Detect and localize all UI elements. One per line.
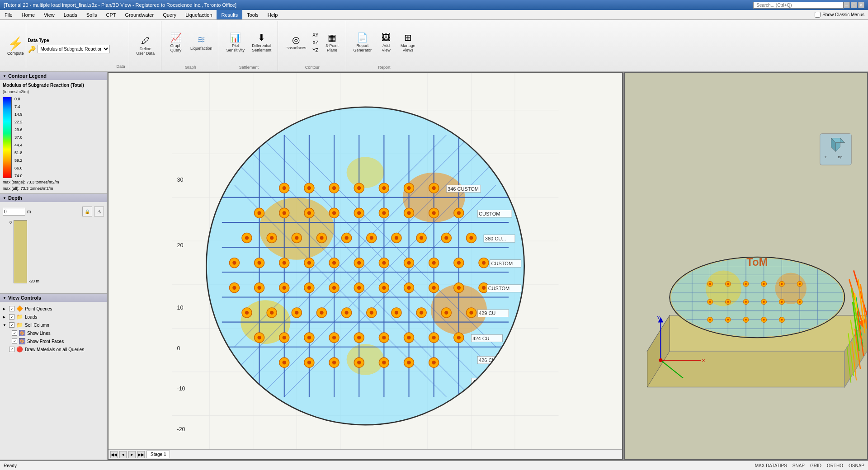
- svg-point-278: [799, 283, 801, 285]
- svg-point-168: [257, 336, 261, 339]
- define-user-data-button[interactable]: 🖊 Define User Data: [134, 34, 158, 58]
- depth-icons: 🔒 ⚠: [82, 207, 104, 216]
- view-controls-header[interactable]: ▼ View Controls: [0, 294, 107, 302]
- status-grid[interactable]: GRID: [810, 463, 821, 468]
- svg-point-108: [283, 261, 286, 264]
- svg-text:346 CUSTOM: 346 CUSTOM: [448, 186, 479, 192]
- tree-item-soil-column: ▼ 📁 Soil Column: [3, 321, 104, 329]
- status-bar: Ready MAX DATATIPS SNAP GRID ORTHO OSNAP: [0, 460, 868, 470]
- add-view-button[interactable]: 🖼 Add View: [376, 31, 396, 55]
- expand-loads[interactable]: ▶: [3, 315, 7, 319]
- svg-point-162: [420, 311, 423, 315]
- svg-point-180: [407, 336, 410, 339]
- contour-legend-header[interactable]: ▼ Contour Legend: [0, 72, 107, 80]
- stage-first-button[interactable]: ◀◀: [110, 451, 118, 458]
- three-point-plane-button[interactable]: ▦ 3-Point Plane: [322, 30, 342, 55]
- status-osnap[interactable]: OSNAP: [849, 463, 864, 468]
- svg-text:CUSTOM: CUSTOM: [491, 261, 513, 266]
- depth-lock-button[interactable]: 🔒: [82, 207, 92, 216]
- svg-point-23: [347, 157, 384, 188]
- depth-warning-button[interactable]: ⚠: [94, 207, 104, 216]
- left-panel: ▼ Contour Legend Modulus of Subgrade Rea…: [0, 72, 108, 460]
- data-group-label: Data: [117, 64, 125, 70]
- classic-menus-label: Show Classic Menus: [822, 12, 864, 17]
- menu-bar: File Home View Loads Soils CPT Groundwat…: [0, 10, 868, 20]
- svg-point-110: [307, 261, 311, 264]
- data-type-area: Data Type 🔑 Modulus of Subgrade Reaction…: [26, 36, 117, 55]
- data-type-dropdown[interactable]: Modulus of Subgrade Reaction (: [38, 45, 110, 53]
- checkbox-show-lines[interactable]: [12, 330, 17, 336]
- menu-view[interactable]: View: [39, 10, 59, 19]
- menu-home[interactable]: Home: [17, 10, 39, 19]
- 3d-view[interactable]: Y top: [624, 72, 868, 460]
- svg-point-158: [370, 311, 373, 315]
- plan-view[interactable]: 346 CUSTOM CUSTOM 380 CU... CUSTOM CUSTO…: [108, 72, 623, 460]
- liquefaction-button[interactable]: ≋ Liquefaction: [188, 32, 215, 53]
- xz-button[interactable]: XZ: [311, 39, 320, 46]
- tree-item-show-front-faces: 🎨 Show Front Faces: [3, 337, 104, 345]
- xy-button[interactable]: XY: [311, 32, 320, 38]
- menu-results[interactable]: Results: [217, 10, 242, 19]
- maximize-button[interactable]: □: [851, 2, 857, 8]
- stage-prev-button[interactable]: ◄: [119, 451, 127, 458]
- menu-file[interactable]: File: [0, 10, 17, 19]
- svg-point-154: [320, 311, 323, 315]
- menu-loads[interactable]: Loads: [59, 10, 82, 19]
- yz-button[interactable]: YZ: [311, 47, 320, 54]
- svg-point-106: [257, 261, 261, 264]
- search-input[interactable]: [753, 2, 844, 9]
- svg-point-54: [307, 186, 311, 190]
- svg-text:ToM: ToM: [746, 256, 768, 268]
- menu-cpt[interactable]: CPT: [102, 10, 121, 19]
- checkbox-soil-column[interactable]: [9, 322, 14, 328]
- checkbox-point-queries[interactable]: [9, 306, 14, 311]
- svg-point-248: [671, 258, 843, 337]
- svg-point-70: [307, 211, 311, 215]
- legend-color-bar: [3, 97, 12, 178]
- compute-button[interactable]: ⚡ Compute: [5, 34, 26, 57]
- svg-point-156: [344, 311, 348, 315]
- view-controls-content: ▶ 🔶 Point Queries ▶ 📁 Loads ▼: [0, 302, 107, 356]
- graph-query-button[interactable]: 📈 Graph Query: [166, 30, 186, 55]
- window-controls: ─ □ ✕: [844, 2, 864, 8]
- plot-sensitivity-button[interactable]: 📊 Plot Sensitivity: [224, 30, 248, 55]
- status-max-datatips[interactable]: MAX DATATIPS: [755, 463, 787, 468]
- svg-point-148: [245, 311, 249, 315]
- checkbox-draw-materials[interactable]: [9, 347, 14, 352]
- stage-last-button[interactable]: ▶▶: [137, 451, 145, 458]
- isosurfaces-button[interactable]: ◎ Isosurfaces: [283, 33, 309, 52]
- minimize-button[interactable]: ─: [844, 2, 850, 8]
- checkbox-show-front-faces[interactable]: [12, 338, 17, 344]
- depth-header[interactable]: ▼ Depth: [0, 194, 107, 202]
- svg-point-160: [395, 311, 398, 315]
- svg-point-166: [469, 311, 473, 315]
- legend-unit: (tonnes/m2/m): [3, 89, 104, 94]
- menu-query[interactable]: Query: [158, 10, 181, 19]
- menu-help[interactable]: Help: [263, 10, 283, 19]
- report-generator-button[interactable]: 📄 Report Generator: [351, 30, 375, 55]
- expand-point-queries[interactable]: ▶: [3, 307, 7, 311]
- svg-point-62: [407, 186, 410, 190]
- status-ortho[interactable]: ORTHO: [827, 463, 843, 468]
- stage-next-button[interactable]: ►: [128, 451, 136, 458]
- menu-groundwater[interactable]: Groundwater: [121, 10, 159, 19]
- depth-input[interactable]: [3, 208, 25, 216]
- menu-soils[interactable]: Soils: [82, 10, 102, 19]
- svg-text:10: 10: [177, 305, 184, 311]
- differential-settlement-button[interactable]: ⬇ Differential Settlement: [249, 30, 274, 55]
- svg-point-88: [295, 236, 298, 240]
- menu-liquefaction[interactable]: Liquefaction: [181, 10, 217, 19]
- view-controls-collapse-icon: ▼: [3, 296, 6, 300]
- menu-tools[interactable]: Tools: [242, 10, 263, 19]
- svg-point-292: [709, 319, 711, 321]
- svg-point-176: [357, 336, 361, 339]
- stage-bar: ◀◀ ◄ ► ▶▶ Stage 1: [108, 449, 622, 459]
- manage-views-button[interactable]: ⊞ Manage Views: [398, 30, 418, 55]
- classic-menus-checkbox[interactable]: [815, 12, 821, 18]
- close-button[interactable]: ✕: [858, 2, 864, 8]
- checkbox-loads[interactable]: [9, 314, 14, 320]
- depth-title: Depth: [8, 195, 22, 201]
- svg-point-128: [257, 286, 261, 290]
- expand-soil-column[interactable]: ▼: [3, 323, 7, 327]
- status-snap[interactable]: SNAP: [793, 463, 805, 468]
